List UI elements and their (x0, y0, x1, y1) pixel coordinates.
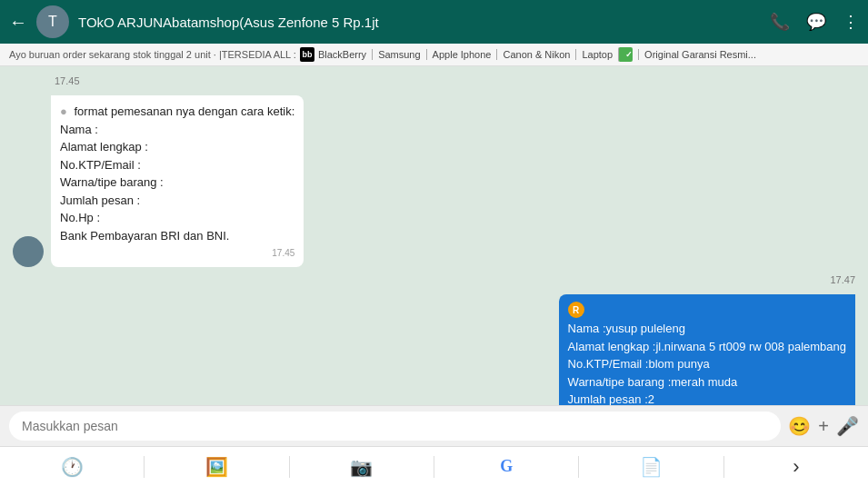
ticker-canon: Canon & Nikon (496, 49, 570, 60)
ticker-bar: Ayo buruan order sekarang stok tinggal 2… (0, 44, 868, 66)
nav-google[interactable]: G (434, 447, 578, 486)
bullet-1: ● (60, 104, 67, 118)
nav-clock[interactable]: 🕐 (0, 447, 144, 486)
ticker-items: BlackBerry Samsung Apple Iphone Canon & … (318, 47, 756, 62)
emoji-button[interactable]: 😊 (788, 415, 811, 437)
clock-icon: 🕐 (61, 456, 84, 478)
original-icon: ✓ (618, 47, 633, 62)
msg-row-1: ● format pemesanan nya dengan cara ketik… (13, 95, 855, 267)
camera-icon: 📷 (350, 456, 373, 478)
bubble-1: ● format pemesanan nya dengan cara ketik… (51, 95, 304, 267)
nav-file[interactable]: 📄 (579, 447, 723, 486)
msg-text-1: format pemesanan nya dengan cara ketik:N… (60, 104, 294, 243)
msg-time-2: 17.47 (830, 274, 855, 285)
image-icon: 🖼️ (205, 456, 228, 478)
bubble-2: R Nama :yusup puleleng Alamat lengkap :j… (559, 294, 855, 405)
ticker-original: Original Garansi Resmi... (638, 49, 756, 60)
nav-camera[interactable]: 📷 (290, 447, 434, 486)
video-icon[interactable]: 💬 (806, 12, 826, 32)
chat-area: 17.45 ● format pemesanan nya dengan cara… (0, 66, 868, 405)
nav-arrow[interactable]: › (724, 447, 868, 486)
ticker-alert-text: Ayo buruan order sekarang stok tinggal 2… (9, 49, 296, 60)
title-area: TOkO ARJUNAbatamshop(Asus Zenfone 5 Rp.1… (78, 15, 770, 30)
chat-avatar: T (36, 5, 69, 38)
ticker-samsung: Samsung (372, 49, 420, 60)
mic-button[interactable]: 🎤 (836, 415, 859, 437)
nav-image[interactable]: 🖼️ (145, 447, 288, 486)
attach-button[interactable]: + (818, 416, 829, 437)
back-button[interactable]: ← (9, 12, 27, 33)
bottom-nav: 🕐 🖼️ 📷 G 📄 › (0, 446, 868, 486)
ticker-blackberry: BlackBerry (318, 49, 366, 60)
message-input[interactable] (9, 412, 781, 441)
bubble-time-1: 17.45 (60, 246, 294, 260)
ticker-laptop: Laptop (575, 49, 613, 60)
msg-row-2: R Nama :yusup puleleng Alamat lengkap :j… (13, 294, 855, 405)
msg-time-1: 17.45 (55, 75, 80, 86)
sender-badge-2: R (568, 302, 584, 318)
chat-title: TOkO ARJUNAbatamshop(Asus Zenfone 5 Rp.1… (78, 15, 770, 30)
bubble-header-2: R (568, 302, 846, 318)
blackberry-icon: bb (300, 47, 314, 62)
input-bar: 😊 + 🎤 (0, 405, 868, 446)
file-icon: 📄 (640, 456, 663, 478)
phone-icon[interactable]: 📞 (770, 12, 790, 32)
msg-text-2: Nama :yusup puleleng Alamat lengkap :jl.… (568, 322, 846, 405)
top-icons: 📞 💬 ⋮ (770, 12, 859, 32)
arrow-icon: › (793, 455, 799, 479)
google-icon: G (500, 457, 513, 476)
ticker-apple: Apple Iphone (426, 49, 492, 60)
menu-icon[interactable]: ⋮ (843, 12, 859, 32)
top-bar: ← T TOkO ARJUNAbatamshop(Asus Zenfone 5 … (0, 0, 868, 44)
msg-avatar-1 (13, 236, 44, 267)
